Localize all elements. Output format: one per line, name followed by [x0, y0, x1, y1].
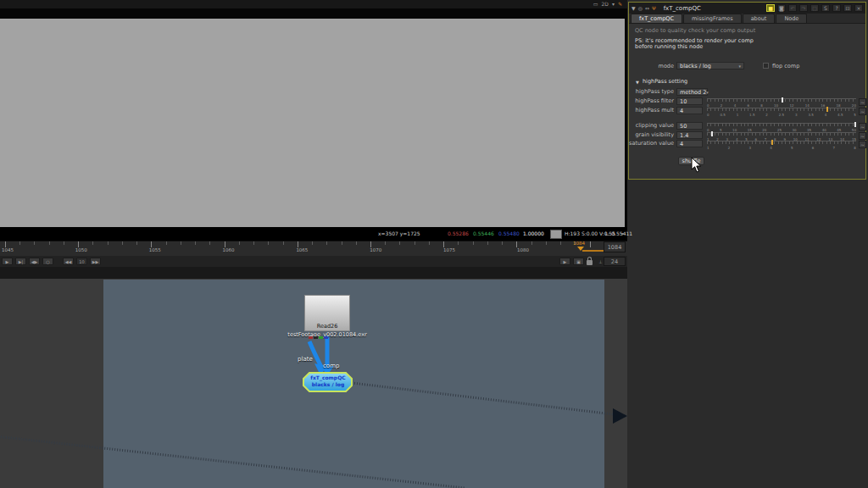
read-node-channel-chips: [309, 336, 328, 339]
frame-back-button[interactable]: ◀◀: [63, 258, 74, 265]
help-icon[interactable]: ?: [832, 4, 841, 12]
dashed-edge-bottom: [0, 436, 465, 488]
mode-dropdown[interactable]: blacks / log ▾: [676, 62, 744, 69]
timeline-ruler-labels: 10451050105510601065107010751080: [0, 247, 529, 252]
tab-missingframes[interactable]: missingFrames: [683, 14, 742, 23]
node-help-text: QC node to quality check your comp outpu…: [635, 27, 755, 34]
swap-icon[interactable]: ⇔: [645, 5, 649, 11]
panel-dot-icon[interactable]: ◙: [777, 4, 786, 12]
animation-curve-icon[interactable]: ∼: [859, 98, 866, 106]
undo-icon[interactable]: ↶: [788, 4, 797, 12]
highpass-mult-slider[interactable]: 00.511.522.533.544.55: [707, 108, 856, 115]
dark-channel-chip: [314, 336, 318, 339]
highpass-filter-label: highPass filter: [629, 97, 674, 104]
slider-handle[interactable]: [782, 97, 783, 103]
playhead-line: [582, 250, 604, 252]
slider-tick-labels: 00.511.522.533.544.55: [707, 113, 856, 117]
panel-pin-icon[interactable]: ■: [766, 4, 775, 12]
pixel-color-swatch: [550, 230, 562, 239]
grain-visibility-field[interactable]: 1.4: [676, 131, 703, 139]
chevron-down-icon[interactable]: ▾: [612, 0, 615, 8]
render-flag-button[interactable]: ▣: [573, 258, 584, 265]
chevron-down-icon: ▾: [738, 63, 741, 69]
revert-icon[interactable]: ▢: [810, 4, 819, 12]
play-button[interactable]: ▶: [2, 258, 13, 265]
range-button[interactable]: ◀▶: [29, 258, 40, 265]
loop-button[interactable]: ○: [42, 258, 53, 265]
highpass-type-value: method 2: [680, 89, 706, 96]
info-bar-caret-icon[interactable]: ▾: [621, 230, 624, 236]
read-node[interactable]: Read26: [304, 295, 350, 331]
script-icon[interactable]: S: [821, 4, 830, 12]
slider-handle[interactable]: [711, 131, 713, 136]
ps-note-line2: before running this node: [635, 43, 703, 50]
viewer-frame-icon[interactable]: ▭: [593, 0, 598, 8]
qc-node-label[interactable]: fxT_compQC blacks / log: [303, 374, 353, 388]
close-icon[interactable]: ×: [854, 4, 863, 12]
redo-icon[interactable]: ↷: [799, 4, 808, 12]
clipping-value-label: clipping value: [629, 122, 674, 129]
slider-handle[interactable]: [826, 107, 828, 112]
properties-panel: ▼ ◎ ⇔ Ψ fxT_compQC ■ ◙ ↶ ↷ ▢ S ? ⊡ × fxT…: [628, 2, 866, 180]
tab-node[interactable]: Node: [776, 14, 807, 23]
saturation-value-slider[interactable]: 12345678: [707, 141, 856, 148]
tab-fxt-compqc[interactable]: fxT_compQC: [631, 14, 682, 23]
pixel-coords: x=3507 y=1725: [378, 230, 420, 236]
viewer-mode-label[interactable]: 2D: [602, 0, 609, 8]
viewer-toolbar: ▭ 2D ▾ ✎: [0, 0, 627, 8]
qc-node-name: fxT_compQC: [303, 374, 353, 381]
pixel-blue-value: 0.55480: [498, 230, 520, 236]
plate-input-label: plate: [298, 356, 313, 363]
saturation-value-label: saturation value: [629, 140, 674, 147]
highpass-mult-field[interactable]: 4: [676, 107, 703, 114]
edge-arrowhead-right: [613, 408, 627, 424]
dashed-edge-right: [352, 383, 627, 416]
highpass-filter-slider[interactable]: 02468101214161820: [707, 98, 856, 106]
play-to-end-button[interactable]: ▶|: [15, 258, 26, 265]
center-node-icon[interactable]: ◎: [638, 5, 643, 11]
comp-input-label: comp: [323, 363, 339, 369]
group-collapse-icon[interactable]: ▼: [636, 80, 639, 85]
properties-tabs: fxT_compQC missingFrames about Node: [629, 14, 865, 24]
viewer-info-bar: x=3507 y=1725 0.55286 0.55446 0.55480 1.…: [0, 227, 627, 241]
flipbook-button[interactable]: ▶: [559, 258, 570, 265]
highpass-filter-field[interactable]: 10: [676, 97, 703, 105]
clipping-value-slider[interactable]: 05101520253035404550: [707, 123, 856, 130]
read-node-name: Read26: [305, 323, 349, 330]
node-graph-panel[interactable]: Read26 testFootage_v002.01084.exr plate …: [0, 267, 627, 488]
chevron-down-icon: ▾: [706, 89, 709, 96]
animation-curve-icon[interactable]: ∼: [859, 123, 866, 130]
blue-channel-chip: [324, 336, 328, 339]
slider-handle[interactable]: [771, 140, 773, 145]
roi-pencil-icon[interactable]: ✎: [618, 0, 622, 8]
viewer-image[interactable]: [0, 19, 625, 227]
green-channel-chip: [319, 336, 323, 339]
highpass-type-dropdown[interactable]: method 2 ▾: [676, 88, 708, 96]
pixel-luminance-value: L: 0.55411: [605, 230, 632, 236]
pixel-green-value: 0.55446: [473, 230, 494, 236]
plate-edge[interactable]: [309, 341, 321, 367]
animation-curve-icon[interactable]: ∼: [859, 108, 866, 115]
frame-increment-field[interactable]: 10: [76, 258, 87, 265]
pixel-alpha-value: 1.00000: [523, 230, 544, 236]
saturation-value-field[interactable]: 4: [676, 140, 703, 147]
grain-visibility-label: grain visibility: [629, 131, 674, 138]
current-frame-field[interactable]: 1084: [604, 241, 626, 252]
panel-title: fxT_compQC: [664, 5, 764, 12]
flop-comp-checkbox[interactable]: [763, 63, 769, 69]
fps-field[interactable]: 24: [604, 257, 626, 266]
clipping-value-field[interactable]: 50: [676, 122, 703, 130]
frame-forward-button[interactable]: ▶▶: [90, 258, 101, 265]
highpass-group-label: highPass setting: [643, 78, 687, 85]
float-panel-icon[interactable]: ⊡: [843, 4, 852, 12]
slider-tick-labels: 12345678: [707, 146, 856, 150]
animation-curve-icon[interactable]: ∼: [859, 141, 866, 148]
node-color-icon[interactable]: Ψ: [652, 5, 656, 11]
lock-range-icon[interactable]: [587, 260, 593, 265]
tab-about[interactable]: about: [743, 14, 776, 23]
panel-menu-icon[interactable]: ▼: [632, 5, 636, 11]
properties-header: ▼ ◎ ⇔ Ψ fxT_compQC ■ ◙ ↶ ↷ ▢ S ? ⊡ ×: [629, 3, 865, 14]
animation-curve-icon[interactable]: ∼: [859, 132, 866, 140]
grain-visibility-slider[interactable]: 123456789101112131415: [707, 132, 856, 140]
slider-handle[interactable]: [854, 122, 856, 127]
